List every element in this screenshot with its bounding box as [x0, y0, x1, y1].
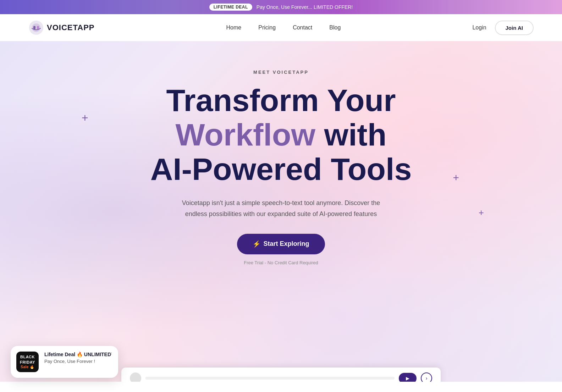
badge-black: BLACK [20, 354, 35, 359]
hero-section: + + + MEET VOICETAPP Transform Your Work… [0, 41, 562, 382]
start-exploring-button[interactable]: ⚡ Start Exploring [237, 234, 325, 254]
nav-blog[interactable]: Blog [329, 24, 341, 31]
nav-home[interactable]: Home [226, 24, 242, 31]
start-exploring-label: Start Exploring [263, 240, 309, 248]
black-friday-badge: BLACK FRIDAY Sale 🔥 [16, 352, 39, 372]
plus-decoration-left: + [82, 112, 88, 123]
free-trial-text: Free Trial - No Credit Card Required [244, 260, 318, 265]
svg-rect-3 [37, 26, 39, 29]
hero-title: Transform Your Workflow with AI-Powered … [150, 83, 412, 186]
navbar: VOICETAPP Home Pricing Contact Blog Logi… [0, 14, 562, 41]
notification-content: Lifetime Deal 🔥 UNLIMITED Pay Once, Use … [44, 352, 111, 364]
meet-label: MEET VOICETAPP [253, 70, 309, 75]
banner-text: Pay Once, Use Forever... LIMITED OFFER! [257, 4, 353, 10]
bottom-notification: BLACK FRIDAY Sale 🔥 Lifetime Deal 🔥 UNLI… [11, 346, 118, 378]
close-notification-button[interactable]: × [108, 350, 114, 357]
hero-title-with: with [315, 117, 386, 152]
bolt-icon: ⚡ [253, 240, 260, 248]
nav-pricing[interactable]: Pricing [258, 24, 276, 31]
badge-sale: Sale 🔥 [20, 365, 35, 369]
logo-area[interactable]: VOICETAPP [28, 20, 95, 35]
nav-right: Login Join AI [472, 21, 534, 35]
preview-avatar [130, 372, 141, 382]
preview-action-button[interactable]: ▶ [399, 373, 417, 382]
notification-title: Lifetime Deal 🔥 UNLIMITED [44, 352, 111, 357]
hero-title-line3: AI-Powered Tools [150, 151, 412, 187]
preview-content-bar [145, 377, 395, 380]
plus-decoration-right-2: + [479, 208, 484, 217]
notification-subtitle: Pay Once, Use Forever ! [44, 359, 111, 364]
voicetapp-logo-icon [28, 20, 44, 35]
hero-subtitle: Voicetapp isn't just a simple speech-to-… [178, 198, 384, 219]
logo-text: VOICETAPP [47, 23, 95, 32]
plus-decoration-right-1: + [453, 172, 459, 183]
svg-point-1 [32, 23, 40, 32]
nav-contact[interactable]: Contact [293, 24, 312, 31]
svg-rect-2 [33, 26, 35, 29]
badge-friday: FRIDAY [20, 360, 35, 365]
hero-title-line1: Transform Your [166, 83, 396, 118]
top-banner: LIFETIME DEAL Pay Once, Use Forever... L… [0, 0, 562, 14]
join-button[interactable]: Join AI [495, 21, 534, 35]
preview-icon: › [421, 372, 432, 382]
login-link[interactable]: Login [472, 24, 486, 31]
nav-links: Home Pricing Contact Blog [226, 24, 341, 31]
hero-title-highlight: Workflow [176, 117, 315, 152]
lifetime-badge: LIFETIME DEAL [209, 4, 252, 11]
bottom-preview-bar: ▶ › [121, 368, 441, 382]
